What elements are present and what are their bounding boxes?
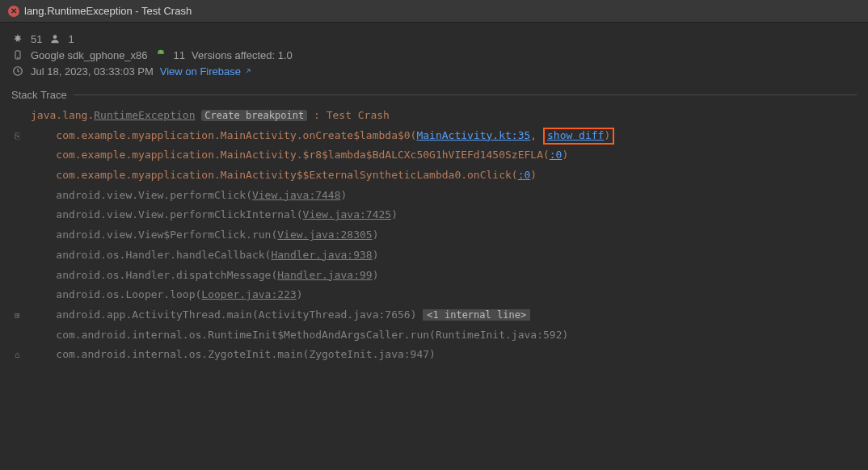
exception-class[interactable]: RuntimeException (94, 109, 195, 121)
divider (74, 94, 857, 95)
device-icon (11, 48, 24, 61)
show-diff-link[interactable]: show diff (547, 129, 604, 141)
highlight-box: show diff) (543, 128, 614, 145)
stack-frame: com.android.internal.os.RuntimeInit$Meth… (15, 325, 862, 346)
android-icon (154, 48, 167, 61)
stack-frame: android.os.Handler.handleCallback(Handle… (15, 245, 862, 266)
crash-count: 51 (31, 33, 42, 45)
stack-frame: android.view.View$PerformClick.run(View.… (15, 225, 862, 245)
frame-method: com.android.internal.os.RuntimeInit$Meth… (56, 329, 429, 341)
clock-icon (11, 65, 24, 78)
error-icon: ✕ (8, 6, 19, 17)
stack-trace: java.lang.RuntimeException Create breakp… (0, 103, 868, 373)
frame-file-link[interactable]: MainActivity.kt:35 (416, 129, 530, 141)
stack-frame: android.view.View.performClick(View.java… (15, 186, 862, 206)
frame-method: android.view.View.performClick (56, 189, 246, 201)
frame-file-link[interactable]: View.java:7448 (252, 189, 341, 201)
view-on-firebase-link[interactable]: View on Firebase (160, 65, 252, 78)
stack-trace-label: Stack Trace (11, 89, 67, 101)
frame-method: android.os.Handler.handleCallback (56, 249, 264, 261)
gutter-icon[interactable]: ⊞ (15, 308, 31, 325)
svg-point-0 (53, 35, 57, 39)
window-title: lang.RuntimeException - Test Crash (24, 5, 192, 17)
frame-file: ActivityThread.java:7656 (259, 308, 411, 321)
user-count-icon (48, 32, 61, 45)
create-breakpoint-button[interactable]: Create breakpoint (201, 110, 307, 121)
internal-lines-badge[interactable]: <1 internal line> (423, 309, 530, 321)
stack-frame: ⊞ android.app.ActivityThread.main(Activi… (15, 305, 862, 325)
frame-file-link[interactable]: View.java:28305 (277, 229, 372, 241)
frame-file-link[interactable]: :0 (518, 169, 531, 181)
svg-point-4 (162, 52, 162, 52)
frame-file: RuntimeInit.java:592 (436, 329, 563, 341)
titlebar: ✕ lang.RuntimeException - Test Crash (0, 0, 868, 23)
frame-method: android.os.Looper.loop (56, 288, 195, 300)
exception-message: Test Crash (327, 109, 390, 121)
frame-method: com.example.myapplication.MainActivity.o… (56, 129, 410, 141)
frame-file-link[interactable]: Handler.java:938 (271, 249, 372, 261)
stack-frame: com.example.myapplication.MainActivity.$… (15, 145, 862, 166)
exception-header: java.lang.RuntimeException Create breakp… (15, 106, 862, 126)
frame-method: android.view.View.performClickInternal (56, 208, 296, 220)
stack-frame: android.os.Handler.dispatchMessage(Handl… (15, 266, 862, 286)
frame-file-link[interactable]: Looper.java:223 (201, 288, 296, 300)
stack-frame: com.example.myapplication.MainActivity$$… (15, 166, 862, 186)
stack-frame: ⌂ com.android.internal.os.ZygoteInit.mai… (15, 345, 862, 365)
meta-block: 51 1 Google sdk_gphone_x86 11 Versions a… (0, 23, 868, 82)
gutter-icon[interactable]: ⌂ (15, 347, 31, 364)
device-row: Google sdk_gphone_x86 11 Versions affect… (11, 47, 857, 63)
frame-method: com.android.internal.os.ZygoteInit.main (56, 348, 302, 360)
external-link-icon (244, 67, 252, 75)
crash-panel: ✕ lang.RuntimeException - Test Crash 51 … (0, 0, 868, 470)
crash-count-icon (11, 32, 24, 45)
frame-method: android.app.ActivityThread.main (56, 308, 252, 321)
timestamp: Jul 18, 2023, 03:33:03 PM (31, 65, 154, 78)
frame-method: android.os.Handler.dispatchMessage (56, 269, 271, 281)
frame-method: com.example.myapplication.MainActivity.$… (56, 149, 543, 161)
stack-frame: ⎘ com.example.myapplication.MainActivity… (15, 126, 862, 146)
frame-file: ZygoteInit.java:947 (309, 348, 429, 360)
versions-affected: Versions affected: 1.0 (192, 49, 293, 61)
timestamp-row: Jul 18, 2023, 03:33:03 PM View on Fireba… (11, 63, 857, 79)
device-name: Google sdk_gphone_x86 (31, 49, 148, 61)
frame-method: android.view.View$PerformClick.run (56, 229, 271, 241)
frame-file-link[interactable]: :0 (550, 149, 563, 161)
exception-package: java.lang. (31, 109, 94, 121)
svg-point-3 (158, 52, 159, 52)
frame-file-link[interactable]: Handler.java:99 (277, 269, 372, 281)
frame-method: com.example.myapplication.MainActivity$$… (56, 169, 512, 181)
api-level: 11 (174, 49, 185, 61)
stack-trace-label-row: Stack Trace (0, 82, 868, 103)
stack-frame: android.os.Looper.loop(Looper.java:223) (15, 285, 862, 305)
frame-file-link[interactable]: View.java:7425 (303, 208, 392, 220)
user-count: 1 (68, 33, 74, 45)
stack-frame: android.view.View.performClickInternal(V… (15, 205, 862, 225)
counts-row: 51 1 (11, 31, 857, 47)
gutter-icon[interactable]: ⎘ (15, 128, 31, 145)
